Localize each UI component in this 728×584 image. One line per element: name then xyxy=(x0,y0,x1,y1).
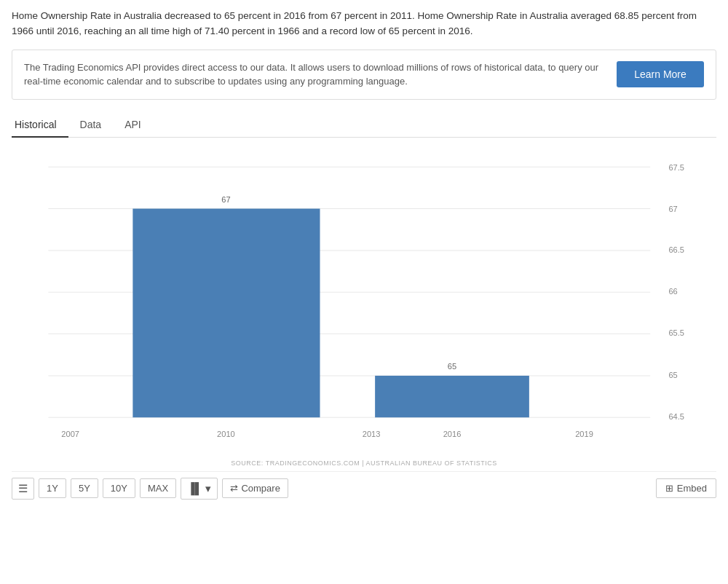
toolbar-left: ☰ 1Y 5Y 10Y MAX ▐▌ ▾ ⇄ Compare xyxy=(12,478,288,500)
description-text: Home Ownership Rate in Australia decreas… xyxy=(12,9,716,39)
period-max-button[interactable]: MAX xyxy=(140,478,176,498)
embed-label: Embed xyxy=(677,483,707,494)
y-label-67: 67 xyxy=(668,204,677,213)
compare-icon: ⇄ xyxy=(230,483,238,494)
y-label-65: 65 xyxy=(668,371,677,379)
chart-source: SOURCE: TRADINGECONOMICS.COM | AUSTRALIA… xyxy=(12,459,716,467)
chevron-down-icon: ▾ xyxy=(205,482,211,495)
filter-button[interactable]: ☰ xyxy=(12,478,34,500)
bar-chart-icon: ▐▌ xyxy=(187,482,202,494)
tab-api[interactable]: API xyxy=(122,113,153,138)
embed-button[interactable]: ⊞ Embed xyxy=(656,478,716,498)
period-5y-button[interactable]: 5Y xyxy=(71,478,98,498)
period-1y-button[interactable]: 1Y xyxy=(39,478,66,498)
period-10y-button[interactable]: 10Y xyxy=(103,478,135,498)
y-label-66-5: 66.5 xyxy=(668,245,684,254)
api-banner: The Trading Economics API provides direc… xyxy=(12,50,716,100)
toolbar: ☰ 1Y 5Y 10Y MAX ▐▌ ▾ ⇄ Compare ⊞ Embed xyxy=(12,471,716,502)
toolbar-right: ⊞ Embed xyxy=(656,478,716,498)
x-label-2010: 2010 xyxy=(217,430,235,438)
learn-more-button[interactable]: Learn More xyxy=(617,61,704,87)
tabs: Historical Data API xyxy=(12,113,716,138)
compare-button[interactable]: ⇄ Compare xyxy=(222,478,288,498)
chart-type-button[interactable]: ▐▌ ▾ xyxy=(181,478,218,500)
embed-icon: ⊞ xyxy=(665,483,673,494)
tab-historical[interactable]: Historical xyxy=(12,113,68,138)
bar-label-2016: 65 xyxy=(448,361,456,370)
y-label-67-5: 67.5 xyxy=(668,162,684,171)
y-label-64-5: 64.5 xyxy=(668,412,684,421)
x-label-2013: 2013 xyxy=(363,430,381,438)
y-label-66: 66 xyxy=(668,287,677,296)
compare-label: Compare xyxy=(241,483,280,494)
bar-2010 xyxy=(132,208,320,417)
x-label-2019: 2019 xyxy=(575,430,593,438)
y-label-65-5: 65.5 xyxy=(668,328,684,337)
bar-2016 xyxy=(375,376,529,417)
chart-container: 67.5 67 66.5 66 65.5 65 64.5 67 65 2007 … xyxy=(12,143,716,457)
tab-data[interactable]: Data xyxy=(77,113,114,138)
x-label-2007: 2007 xyxy=(61,430,79,438)
bar-label-2010: 67 xyxy=(221,194,230,203)
api-banner-text: The Trading Economics API provides direc… xyxy=(24,60,602,89)
x-label-2016: 2016 xyxy=(443,430,462,438)
bar-chart: 67.5 67 66.5 66 65.5 65 64.5 67 65 2007 … xyxy=(12,143,716,457)
